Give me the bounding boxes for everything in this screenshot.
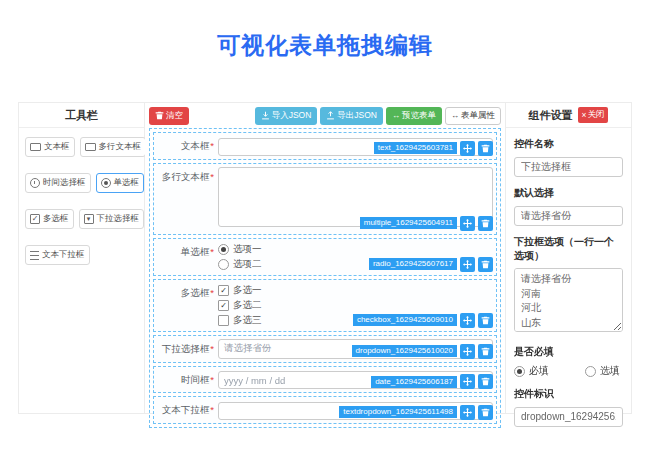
field-label-text: 单选框: [181, 246, 210, 257]
trash-icon: [481, 377, 490, 386]
field-id-tag: radio_1629425607617: [369, 258, 457, 270]
move-handle[interactable]: [460, 141, 475, 156]
dropdown-options-textarea[interactable]: 请选择省份 河南 河北 山东: [514, 268, 623, 332]
close-settings-button[interactable]: × 关闭: [578, 107, 609, 123]
checkbox-checked-icon: [218, 300, 229, 311]
default-choice-label: 默认选择: [514, 186, 623, 200]
required-asterisk: *: [210, 140, 214, 151]
move-icon: [463, 219, 472, 228]
textbox-icon: [30, 143, 41, 151]
move-handle[interactable]: [460, 257, 475, 272]
page-title: 可视化表单拖拽编辑: [0, 30, 650, 61]
clear-button[interactable]: 清空: [149, 107, 189, 125]
checkbox-checked-icon: [218, 285, 229, 296]
toolbar-item-text-select[interactable]: 文本下拉框: [25, 245, 90, 265]
move-icon: [463, 377, 472, 386]
field-id-tag: text_1629425603781: [374, 142, 457, 154]
field-actions: multiple_1629425604911: [360, 216, 493, 231]
form-properties-button[interactable]: ↔ 表单属性: [445, 107, 501, 125]
field-id-tag: textdropdown_1629425611498: [339, 406, 457, 418]
import-json-button[interactable]: 导入JSON: [255, 107, 318, 125]
field-label: 单选框*: [154, 242, 218, 272]
field-label: 文本框*: [154, 136, 218, 156]
preview-form-button[interactable]: ↔ 预览表单: [386, 107, 442, 125]
form-field-row[interactable]: 文本框*text_1629425603781: [153, 132, 497, 160]
delete-field-button[interactable]: [478, 313, 493, 328]
radio-unselected-icon: [585, 366, 596, 377]
delete-field-button[interactable]: [478, 374, 493, 389]
toolbar-item-label: 单选框: [114, 177, 140, 189]
select-icon: [84, 214, 94, 224]
move-handle[interactable]: [460, 313, 475, 328]
optional-option[interactable]: 选填: [585, 364, 620, 378]
toolbar-item-select[interactable]: 下拉选择框: [79, 209, 145, 229]
form-drop-area[interactable]: 文本框*text_1629425603781多行文本框*multiple_162…: [149, 128, 501, 428]
form-field-row[interactable]: 时间框*date_1629425606187: [153, 366, 497, 394]
download-icon: [261, 111, 270, 122]
option-label: 多选三: [233, 314, 262, 327]
required-option[interactable]: 必填: [514, 364, 549, 378]
settings-header: 组件设置 × 关闭: [506, 103, 631, 128]
move-handle[interactable]: [460, 374, 475, 389]
form-field-row[interactable]: 文本下拉框*textdropdown_1629425611498: [153, 396, 497, 424]
toolbar-title: 工具栏: [19, 103, 144, 128]
required-radio-group: 必填 选填: [514, 364, 623, 378]
toolbar-items: 文本框多行文本框时间选择框单选框多选框下拉选择框文本下拉框: [19, 128, 144, 290]
delete-field-button[interactable]: [478, 344, 493, 359]
required-asterisk: *: [210, 374, 214, 385]
form-field-row[interactable]: 下拉选择框*请选择省份▾dropdown_1629425610020: [153, 335, 497, 363]
canvas-panel: 清空 导入JSON 导出JSON ↔ 预览表单 ↔ 表单属性: [145, 103, 506, 413]
settings-title: 组件设置: [529, 108, 573, 123]
field-option[interactable]: 多选二: [218, 298, 493, 313]
export-json-button[interactable]: 导出JSON: [320, 107, 383, 125]
textarea-icon: [85, 143, 96, 151]
toolbar-item-checkbox[interactable]: 多选框: [25, 209, 74, 229]
toolbar-row: 文本框多行文本框: [25, 137, 138, 157]
option-label: 选项二: [233, 258, 262, 271]
move-handle[interactable]: [460, 344, 475, 359]
text-select-icon: [30, 251, 39, 260]
toolbar-item-radio[interactable]: 单选框: [96, 173, 145, 193]
trash-icon: [481, 144, 490, 153]
default-choice-input[interactable]: [514, 206, 623, 226]
toolbar-item-label: 多行文本框: [99, 141, 142, 153]
form-field-row[interactable]: 多行文本框*multiple_1629425604911: [153, 163, 497, 235]
horizontal-arrows-icon: ↔: [392, 112, 400, 120]
form-field-row[interactable]: 多选框*多选一多选二多选三checkbox_1629425609010: [153, 279, 497, 332]
field-label-text: 多选框: [181, 287, 210, 298]
close-icon: ×: [582, 110, 587, 120]
trash-icon: [481, 347, 490, 356]
move-icon: [463, 144, 472, 153]
editor-container: 工具栏 文本框多行文本框时间选择框单选框多选框下拉选择框文本下拉框 清空 导入J…: [18, 102, 632, 414]
field-label-text: 文本下拉框: [162, 404, 210, 415]
radio-checked-icon: [218, 244, 229, 255]
trash-icon: [481, 260, 490, 269]
required-asterisk: *: [210, 404, 214, 415]
field-option[interactable]: 选项一: [218, 242, 493, 257]
field-actions: dropdown_1629425610020: [352, 344, 493, 359]
delete-field-button[interactable]: [478, 141, 493, 156]
delete-field-button[interactable]: [478, 216, 493, 231]
radio-unchecked-icon: [218, 259, 229, 270]
control-name-input[interactable]: [514, 157, 623, 177]
toolbar-item-time[interactable]: 时间选择框: [25, 173, 91, 193]
field-actions: date_1629425606187: [371, 374, 493, 389]
radio-icon: [101, 178, 111, 188]
trash-icon: [481, 316, 490, 325]
delete-field-button[interactable]: [478, 257, 493, 272]
delete-field-button[interactable]: [478, 405, 493, 420]
toolbar-item-textarea[interactable]: 多行文本框: [80, 137, 147, 157]
toolbar-panel: 工具栏 文本框多行文本框时间选择框单选框多选框下拉选择框文本下拉框: [19, 103, 145, 413]
form-field-row[interactable]: 单选框*选项一选项二radio_1629425607617: [153, 238, 497, 276]
field-option[interactable]: 多选一: [218, 283, 493, 298]
toolbar-item-textbox[interactable]: 文本框: [25, 137, 75, 157]
upload-icon: [326, 111, 335, 122]
control-id-input[interactable]: [514, 407, 623, 427]
trash-icon: [481, 408, 490, 417]
checkbox-unchecked-icon: [218, 315, 229, 326]
move-handle[interactable]: [460, 405, 475, 420]
required-asterisk: *: [210, 343, 214, 354]
move-icon: [463, 316, 472, 325]
toolbar-item-label: 文本框: [44, 141, 70, 153]
move-handle[interactable]: [460, 216, 475, 231]
